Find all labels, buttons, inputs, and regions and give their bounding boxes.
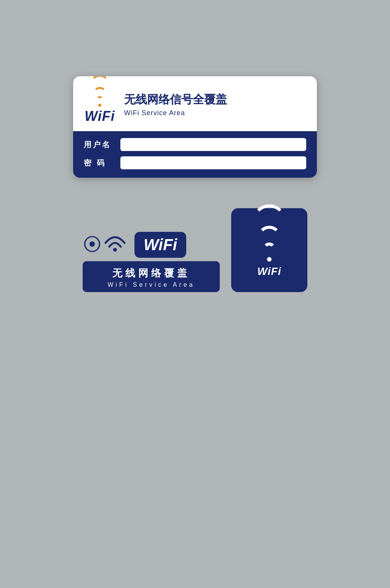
card2-chinese: 无线网络覆盖	[87, 267, 215, 280]
wifi-coverage-card: ⦿ WiFi 无线网络覆盖 WiFi Service Area	[83, 231, 220, 292]
wifi-badge: WiFi	[134, 232, 186, 258]
card1-header: WiFi 无线网络信号全覆盖 WiFi Service Area	[73, 76, 317, 131]
card1-english-subtitle: WiFi Service Area	[124, 109, 227, 117]
card3-wifi-label: WiFi	[257, 265, 281, 278]
card2-footer: 无线网络覆盖 WiFi Service Area	[83, 261, 220, 292]
wifi-white-arc-small	[263, 243, 276, 255]
password-label: 密 码	[84, 158, 114, 168]
wifi-badge-label: WiFi	[144, 236, 177, 254]
wifi-brand-text: WiFi	[85, 108, 115, 124]
wifi-logo: WiFi	[85, 85, 115, 124]
wifi-icon-card: WiFi	[231, 208, 307, 292]
bottom-cards-row: ⦿ WiFi 无线网络覆盖 WiFi Service Area	[83, 208, 307, 292]
username-input-box[interactable]	[120, 138, 306, 151]
username-row: 用户名	[84, 138, 306, 151]
wifi-arc-small	[96, 96, 103, 103]
password-input-box[interactable]	[120, 156, 306, 169]
password-row: 密 码	[84, 156, 306, 169]
username-label: 用户名	[84, 140, 114, 150]
card1-title-group: 无线网络信号全覆盖 WiFi Service Area	[124, 92, 227, 117]
card2-top: ⦿ WiFi	[83, 231, 220, 258]
broadcast-signal-icon: ⦿	[83, 231, 128, 258]
svg-point-0	[113, 248, 117, 252]
wifi-dot	[98, 104, 101, 107]
card1-chinese-title: 无线网络信号全覆盖	[124, 92, 227, 108]
card2-english: WiFi Service Area	[87, 281, 215, 288]
wifi-signal-icon	[90, 85, 109, 107]
wifi-sign-card: WiFi 无线网络信号全覆盖 WiFi Service Area 用户名 密 码	[73, 76, 317, 178]
card1-credentials: 用户名 密 码	[73, 131, 317, 178]
broadcast-svg	[102, 231, 128, 258]
wifi-white-signal	[252, 223, 286, 262]
wifi-white-dot	[267, 257, 272, 262]
